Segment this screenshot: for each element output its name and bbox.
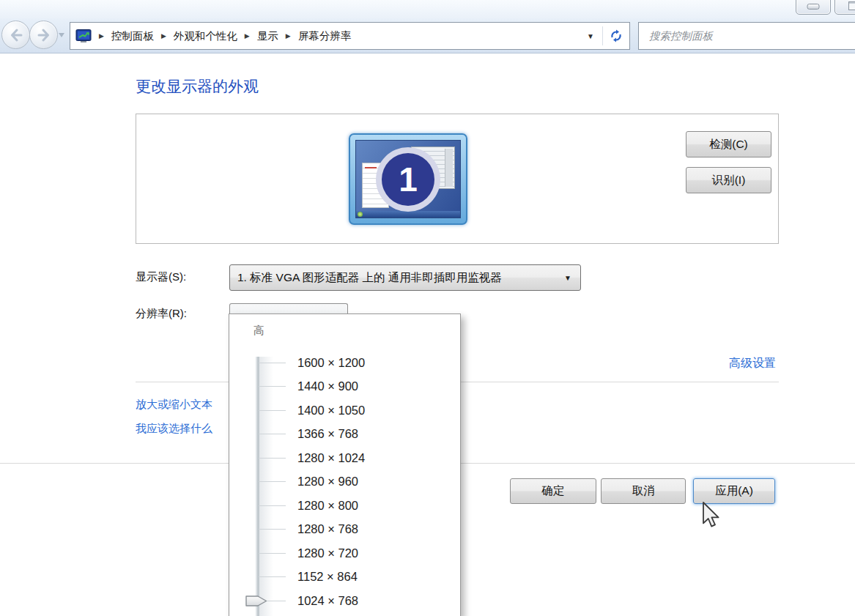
resolution-option[interactable]: 1400 × 1050 [259,398,456,423]
resolution-option-label: 1600 × 1200 [297,356,365,370]
display-label: 显示器(S): [136,270,186,284]
maximize-icon [848,1,855,10]
slider-tick [259,576,286,577]
display-monitor-icon [75,29,92,43]
search-input[interactable]: 搜索控制面板 [638,22,855,50]
slider-tick [259,529,286,530]
resolution-option-label: 1366 × 768 [297,427,358,441]
refresh-icon [609,29,623,43]
display-select-value: 1. 标准 VGA 图形适配器 上的 通用非即插即用监视器 [237,270,502,286]
chevron-down-icon: ▼ [564,274,571,282]
minimize-icon [807,4,820,10]
resolution-option-label: 1024 × 768 [297,594,358,608]
slider-tick [259,481,286,482]
resolution-option-label: 1400 × 1050 [297,404,365,418]
monitor-screen: 1 [355,140,461,218]
slider-tick [259,505,286,506]
back-arrow-icon [7,26,25,44]
resolution-option-label: 1152 × 864 [297,570,358,584]
slider-tick [259,553,286,554]
slider-tick [259,458,286,459]
breadcrumb-arrow-icon: ▶ [161,32,166,40]
breadcrumb-appearance[interactable]: 外观和个性化 [174,29,237,43]
resolution-dropdown-panel: 高 1600 × 12001440 × 9001400 × 10501366 ×… [229,313,461,616]
resolution-option[interactable]: 1280 × 800 [259,494,456,518]
breadcrumb-screen-resolution[interactable]: 屏幕分辨率 [298,29,352,43]
window-titlebar [0,0,855,18]
monitor-preview-box: 1 检测(C) 识别(I) [136,114,779,244]
ok-button[interactable]: 确定 [510,478,596,504]
breadcrumb-arrow-icon: ▶ [286,32,291,40]
resolution-option-label: 1280 × 720 [297,546,358,560]
slider-tick [259,434,286,434]
back-button[interactable] [1,21,30,49]
resolution-high-label: 高 [253,324,264,338]
address-bar[interactable]: ▶ 控制面板 ▶ 外观和个性化 ▶ 显示 ▶ 屏幕分辨率 ▼ [70,22,630,50]
resolution-option[interactable]: 1280 × 960 [259,470,456,494]
resolution-label: 分辨率(R): [136,307,187,321]
minimize-button[interactable] [796,0,831,15]
resolution-option[interactable]: 1280 × 768 [259,518,456,542]
monitor-preview[interactable]: 1 [349,133,467,225]
breadcrumb-arrow-icon: ▶ [99,32,104,40]
resolution-option[interactable]: 1600 × 1200 [259,351,456,375]
link-what-display-settings[interactable]: 我应该选择什么 [136,422,212,436]
resolution-option[interactable]: 1024 × 768 [259,589,456,613]
resolution-option-label: 1280 × 960 [297,475,358,489]
link-advanced-settings[interactable]: 高级设置 [729,356,776,371]
slider-thumb[interactable] [245,595,268,607]
resolution-option[interactable]: 1280 × 720 [259,541,456,565]
mouse-cursor [702,501,721,532]
breadcrumb-display[interactable]: 显示 [257,29,278,43]
display-select[interactable]: 1. 标准 VGA 图形适配器 上的 通用非即插即用监视器 ▼ [229,264,581,291]
navigation-toolbar: ▶ 控制面板 ▶ 外观和个性化 ▶ 显示 ▶ 屏幕分辨率 ▼ 搜索控制面板 [0,18,855,53]
address-dropdown-icon[interactable]: ▼ [579,32,602,40]
maximize-button[interactable] [834,0,855,15]
slider-tick [259,410,286,411]
monitor-number-badge: 1 [376,147,440,212]
breadcrumb-arrow-icon: ▶ [245,32,250,40]
detect-button[interactable]: 检测(C) [686,131,771,157]
mini-taskbar-icon [356,211,460,218]
resolution-option-label: 1280 × 800 [297,499,358,513]
resolution-option-label: 1440 × 900 [297,379,358,393]
link-resize-text[interactable]: 放大或缩小文本 [136,398,212,412]
resolution-option-label: 1280 × 768 [297,522,358,536]
resolution-option[interactable]: 1366 × 768 [259,423,456,447]
resolution-list: 1600 × 12001440 × 9001400 × 10501366 × 7… [259,351,456,613]
resolution-option-label: 1280 × 1024 [297,451,365,465]
breadcrumb-control-panel[interactable]: 控制面板 [111,29,154,43]
forward-arrow-icon [35,26,53,44]
resolution-option[interactable]: 1440 × 900 [259,375,456,399]
recent-pages-chevron-icon[interactable] [59,33,64,40]
page-title: 更改显示器的外观 [136,76,259,97]
apply-button[interactable]: 应用(A) [693,478,775,504]
slider-tick [259,386,286,387]
start-orb-icon [358,212,363,217]
identify-button[interactable]: 识别(I) [686,167,771,193]
refresh-button[interactable] [603,23,629,49]
resolution-option[interactable]: 1280 × 1024 [259,446,456,470]
slider-tick [259,363,286,363]
forward-button[interactable] [29,21,58,49]
resolution-option[interactable]: 1152 × 864 [259,565,456,590]
cancel-button[interactable]: 取消 [601,478,686,504]
search-placeholder: 搜索控制面板 [649,29,713,43]
